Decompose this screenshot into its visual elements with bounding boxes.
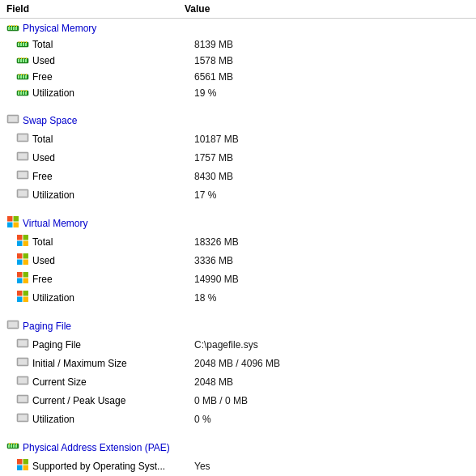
svg-rect-108	[23, 459, 29, 465]
paging-icon	[6, 318, 19, 334]
svg-rect-85	[19, 341, 27, 346]
svg-rect-82	[9, 322, 17, 327]
pae-os-row[interactable]: Supported by Operating Syst... Yes	[0, 457, 476, 475]
table-header: Field Value	[0, 0, 476, 19]
vm-free-row[interactable]: Free 14990 MB	[0, 270, 476, 288]
windows-icon	[6, 215, 19, 231]
paging-current-field: Current Size	[16, 374, 194, 389]
svg-rect-65	[23, 235, 29, 240]
svg-rect-66	[17, 241, 23, 247]
swap-used-field: Used	[16, 150, 194, 165]
swap-field: Swap Space	[6, 113, 185, 128]
svg-rect-107	[17, 459, 23, 465]
svg-rect-1	[8, 27, 10, 30]
paging-util-field: Utilization	[16, 411, 194, 427]
svg-rect-31	[25, 75, 27, 79]
svg-rect-15	[21, 41, 22, 43]
vm-used-label: Used	[32, 255, 55, 266]
pae-os-value: Yes	[194, 461, 470, 472]
swap-util-label: Utilization	[32, 189, 74, 201]
windows-sub-icon2	[16, 253, 29, 268]
paging-peak-row[interactable]: Current / Peak Usage 0 MB / 0 MB	[0, 391, 476, 410]
pae-icon	[6, 440, 19, 455]
svg-rect-109	[17, 465, 23, 471]
value-header: Value	[185, 3, 470, 15]
svg-rect-26	[26, 57, 27, 59]
vm-util-row[interactable]: Utilization 18 %	[0, 288, 476, 307]
physical-memory-field: Physical Memory	[6, 22, 185, 35]
svg-rect-97	[19, 415, 27, 420]
vm-used-field: Used	[16, 253, 194, 268]
svg-rect-67	[23, 241, 29, 247]
pm-free-value: 6561 MB	[194, 71, 470, 83]
paging-sub-icon2	[16, 355, 29, 371]
swap-label: Swap Space	[23, 115, 77, 126]
paging-size-field: Initial / Maximum Size	[16, 355, 194, 371]
svg-rect-99	[8, 444, 10, 448]
svg-rect-47	[9, 117, 17, 121]
svg-rect-102	[15, 444, 17, 448]
paging-peak-value: 0 MB / 0 MB	[194, 395, 470, 406]
pae-header-row[interactable]: Physical Address Extension (PAE)	[0, 438, 476, 457]
paging-util-row[interactable]: Utilization 0 %	[0, 410, 476, 428]
svg-rect-50	[19, 135, 27, 140]
svg-rect-77	[23, 291, 29, 296]
svg-rect-79	[23, 297, 29, 303]
vm-header-row[interactable]: Virtual Memory	[0, 214, 476, 232]
swap-sub-icon	[16, 131, 29, 147]
ram-icon	[6, 22, 19, 35]
divider-4	[0, 430, 476, 436]
pm-used-label: Used	[32, 55, 55, 66]
swap-total-field: Total	[16, 131, 194, 147]
svg-rect-35	[26, 74, 27, 75]
paging-current-label: Current Size	[32, 376, 87, 388]
svg-rect-76	[17, 291, 23, 296]
swap-free-row[interactable]: Free 8430 MB	[0, 167, 476, 185]
vm-util-field: Utilization	[16, 290, 194, 305]
paging-peak-label: Current / Peak Usage	[32, 395, 125, 406]
field-header: Field	[6, 3, 185, 15]
swap-util-row[interactable]: Utilization 17 %	[0, 185, 476, 204]
paging-file-field: Paging File	[16, 337, 194, 352]
svg-rect-30	[23, 75, 24, 79]
swap-free-value: 8430 MB	[194, 171, 470, 182]
svg-rect-39	[23, 91, 24, 95]
paging-size-row[interactable]: Initial / Maximum Size 2048 MB / 4096 MB	[0, 354, 476, 372]
vm-total-row[interactable]: Total 18326 MB	[0, 232, 476, 251]
swap-free-label: Free	[32, 171, 53, 182]
svg-rect-4	[15, 27, 17, 30]
swap-icon	[6, 113, 19, 128]
paging-current-row[interactable]: Current Size 2048 MB	[0, 372, 476, 391]
svg-rect-74	[17, 278, 23, 284]
pm-free-label: Free	[32, 71, 53, 83]
swap-total-row[interactable]: Total 10187 MB	[0, 130, 476, 148]
svg-rect-71	[23, 260, 29, 266]
swap-used-value: 1757 MB	[194, 152, 470, 164]
paging-current-value: 2048 MB	[194, 376, 470, 388]
svg-rect-14	[19, 41, 19, 43]
swap-total-label: Total	[32, 134, 53, 145]
swap-space-section: Swap Space Total 10187 MB	[0, 111, 476, 204]
paging-file-section: Paging File Paging File C:\pagefile.sys	[0, 317, 476, 428]
paging-file-row[interactable]: Paging File C:\pagefile.sys	[0, 335, 476, 354]
pm-free-field: Free	[16, 70, 194, 83]
paging-header-row[interactable]: Paging File	[0, 317, 476, 335]
pae-section: Physical Address Extension (PAE) Support…	[0, 438, 476, 476]
pm-util-row[interactable]: Utilization 19 %	[0, 85, 476, 101]
svg-rect-40	[25, 91, 27, 95]
svg-rect-32	[19, 74, 19, 75]
swap-header-row[interactable]: Swap Space	[0, 111, 476, 130]
svg-rect-103	[9, 443, 10, 444]
swap-util-field: Utilization	[16, 187, 194, 202]
swap-util-value: 17 %	[194, 189, 470, 201]
pm-total-row[interactable]: Total 8139 MB	[0, 36, 476, 53]
svg-rect-104	[11, 443, 12, 444]
svg-rect-22	[25, 59, 27, 62]
pm-used-row[interactable]: Used 1578 MB	[0, 53, 476, 69]
vm-free-field: Free	[16, 271, 194, 287]
pm-free-row[interactable]: Free 6561 MB	[0, 69, 476, 85]
vm-used-row[interactable]: Used 3336 MB	[0, 251, 476, 270]
swap-used-row[interactable]: Used 1757 MB	[0, 148, 476, 167]
physical-memory-header-row[interactable]: Physical Memory	[0, 20, 476, 36]
svg-rect-59	[19, 191, 27, 196]
